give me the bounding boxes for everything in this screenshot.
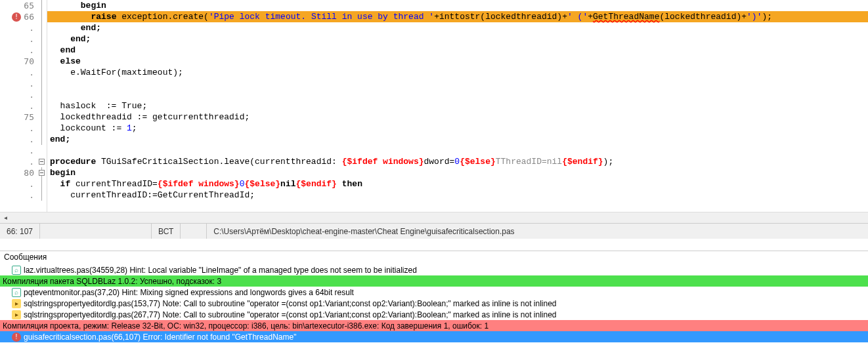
hint-icon: ⌕ (12, 288, 21, 297)
message-row[interactable]: ▸sqlstringspropertyeditordlg.pas(153,77)… (0, 298, 868, 309)
line-number: . (0, 190, 37, 201)
line-number: . (0, 123, 37, 134)
messages-title: Сообщения (0, 251, 868, 264)
line-number-gutter: 65 !66 . . . 70 . . . . 75 . . . . 80 . … (0, 0, 37, 212)
line-number: . (0, 100, 37, 111)
message-row[interactable]: ⌕laz.virtualtrees.pas(34559,28) Hint: Lo… (0, 264, 868, 275)
message-row-error[interactable]: Компиляция проекта, режим: Release 32-Bi… (0, 320, 868, 331)
line-number: . (0, 78, 37, 89)
error-icon: ! (12, 333, 21, 342)
error-gutter-icon: ! (12, 12, 21, 22)
note-icon: ▸ (12, 310, 21, 319)
line-number: . (0, 145, 37, 156)
line-number: 70 (0, 56, 37, 67)
line-number: . (0, 156, 37, 167)
cursor-position: 66: 107 (0, 224, 40, 239)
line-number: . (0, 33, 37, 45)
message-row[interactable]: ⌕pqteventmonitor.pas(37,20) Hint: Mixing… (0, 287, 868, 298)
horizontal-scrollbar[interactable]: ◄ (0, 212, 868, 223)
message-row-selected[interactable]: !guisafecriticalsection.pas(66,107) Erro… (0, 331, 868, 342)
file-path: C:\Users\Артём\Desktop\cheat-engine-mast… (207, 224, 868, 239)
code-content[interactable]: begin raise exception.create('Pipe lock … (47, 0, 868, 212)
line-number: !66 (0, 11, 37, 22)
line-number: . (0, 22, 37, 33)
status-bar: 66: 107 ВСТ C:\Users\Артём\Desktop\cheat… (0, 223, 868, 239)
fold-toggle-icon[interactable] (39, 170, 45, 176)
message-row-success[interactable]: Компиляция пакета SQLDBLaz 1.0.2: Успешн… (0, 275, 868, 287)
message-row[interactable]: ▸sqlstringspropertyeditordlg.pas(267,77)… (0, 309, 868, 320)
messages-panel[interactable]: Сообщения ⌕laz.virtualtrees.pas(34559,28… (0, 251, 868, 343)
line-number: . (0, 89, 37, 100)
fold-toggle-icon[interactable] (39, 159, 45, 165)
hint-icon: ⌕ (12, 266, 21, 275)
edit-mode: ВСТ (152, 224, 181, 239)
highlighted-error-line[interactable]: raise exception.create('Pipe lock timeou… (47, 11, 868, 22)
note-icon: ▸ (12, 299, 21, 308)
code-editor[interactable]: 65 !66 . . . 70 . . . . 75 . . . . 80 . … (0, 0, 868, 212)
scroll-left-icon[interactable]: ◄ (0, 213, 11, 223)
line-number: . (0, 45, 37, 56)
line-number: 75 (0, 111, 37, 123)
line-number: . (0, 178, 37, 190)
line-number: 65 (0, 0, 37, 11)
line-number: . (0, 67, 37, 78)
line-number: . (0, 134, 37, 145)
fold-gutter[interactable] (37, 0, 47, 212)
line-number: 80 (0, 167, 37, 178)
